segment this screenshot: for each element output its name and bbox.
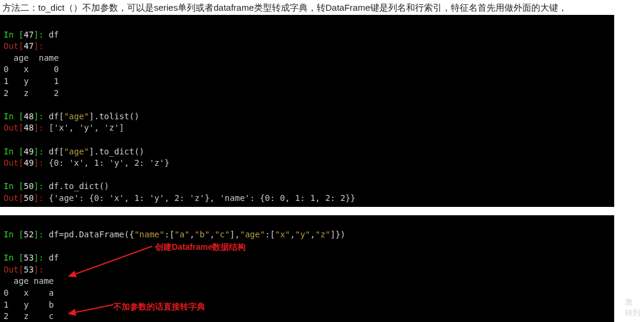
out-prompt: Out[ [4, 265, 24, 274]
out-prompt: Out[ [4, 123, 24, 132]
result-text: ['x', 'y', 'z'] [44, 123, 124, 132]
prompt-num: 49 [24, 147, 34, 156]
terminal-block-2: In [52]: df=pd.DataFrame({"name":["a","b… [0, 215, 614, 323]
string-literal: "age" [64, 112, 89, 121]
code-text: df [44, 30, 58, 39]
in-prompt-close: ]: [34, 253, 44, 262]
out-prompt: Out[ [4, 193, 24, 203]
string-literal: "age" [64, 147, 89, 156]
prompt-num: 53 [24, 265, 34, 274]
prompt-num: 49 [24, 158, 34, 168]
out-prompt-close: ]: [34, 158, 44, 168]
watermark-text: 激转到 [625, 297, 640, 318]
code-text: df[ [44, 147, 64, 156]
arrow-icon [72, 242, 155, 277]
prompt-num: 52 [24, 230, 34, 239]
in-prompt: In [ [4, 112, 24, 121]
code-text: df.to_dict() [44, 181, 109, 191]
out-prompt: Out[ [4, 41, 24, 51]
df-row: 1 y b [4, 300, 54, 309]
in-prompt: In [ [4, 147, 24, 156]
svg-line-0 [75, 246, 152, 274]
code-text: ].to_dict() [89, 147, 144, 156]
out-prompt: Out[ [4, 158, 24, 168]
df-header: age name [4, 276, 54, 286]
in-prompt: In [ [4, 181, 24, 191]
in-prompt-close: ]: [34, 30, 44, 39]
df-row: 0 x a [4, 288, 54, 298]
df-row: 0 x 0 [4, 64, 59, 74]
svg-line-1 [75, 305, 113, 312]
in-prompt: In [ [4, 230, 24, 239]
out-prompt-close: ]: [34, 265, 44, 274]
result-text: {'age': {0: 'x', 1: 'y', 2: 'z'}, 'name'… [44, 193, 355, 203]
result-text: {0: 'x', 1: 'y', 2: 'z'} [44, 158, 169, 168]
in-prompt-close: ]: [34, 112, 44, 121]
annotation-create-df: 创建Dataframe数据结构 [155, 242, 246, 253]
description-text: 方法二：to_dict（）不加参数，可以是series单列或者dataframe… [0, 0, 644, 15]
arrow-icon [72, 292, 119, 315]
out-prompt-close: ]: [34, 41, 44, 51]
in-prompt: In [ [4, 30, 24, 39]
in-prompt: In [ [4, 253, 24, 262]
code-text: df[ [44, 112, 64, 121]
prompt-num: 48 [24, 112, 34, 121]
prompt-num: 47 [24, 30, 34, 39]
code-text: df [44, 253, 58, 262]
df-row: 2 z 2 [4, 88, 59, 98]
annotation-nodict: 不加参数的话直接转字典 [113, 301, 205, 313]
prompt-num: 47 [24, 41, 34, 51]
prompt-num: 50 [24, 181, 34, 191]
df-header: age name [4, 53, 59, 63]
df-row: 1 y 1 [4, 76, 59, 86]
code-text: df=pd.DataFrame({ [44, 230, 134, 239]
prompt-num: 48 [24, 123, 34, 132]
in-prompt-close: ]: [34, 230, 44, 239]
code-text: ].tolist() [89, 112, 139, 121]
prompt-num: 53 [24, 253, 34, 262]
df-row: 2 z c [4, 311, 54, 321]
out-prompt-close: ]: [34, 123, 44, 132]
string-literal: "name" [134, 230, 165, 239]
out-prompt-close: ]: [34, 193, 44, 203]
in-prompt-close: ]: [34, 147, 44, 156]
prompt-num: 50 [24, 193, 34, 203]
in-prompt-close: ]: [34, 181, 44, 191]
terminal-block-1: In [47]: df Out[47]: age name 0 x 0 1 y … [0, 15, 614, 207]
